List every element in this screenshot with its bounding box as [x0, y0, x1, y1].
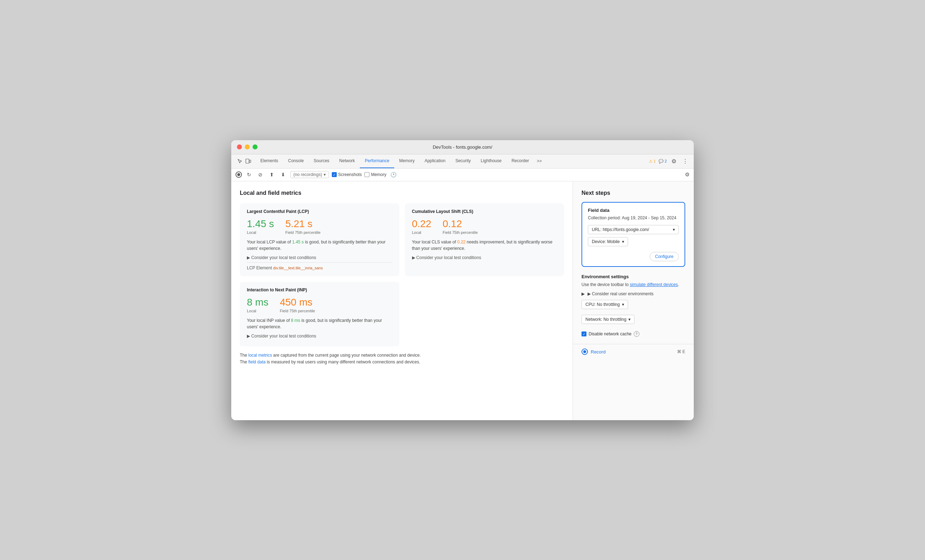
upload-icon[interactable]: ⬆	[268, 170, 276, 179]
help-icon[interactable]: ?	[634, 331, 639, 337]
env-description: Use the device toolbar to simulate diffe…	[582, 281, 685, 288]
env-title: Environment settings	[582, 274, 685, 279]
inp-local-label: Local	[247, 309, 268, 313]
lcp-local-label: Local	[247, 230, 274, 234]
lcp-highlight: 1.45 s	[292, 240, 304, 245]
inp-field-label: Field 75th percentile	[280, 309, 315, 313]
close-button[interactable]	[237, 144, 242, 149]
device-dropdown[interactable]: Device: Mobile ▾	[588, 237, 628, 246]
inp-card: Interaction to Next Paint (INP) 8 ms Loc…	[240, 282, 399, 346]
next-steps-title: Next steps	[582, 190, 685, 196]
tab-memory[interactable]: Memory	[394, 154, 420, 168]
tab-application[interactable]: Application	[420, 154, 450, 168]
inp-card-wrapper: Interaction to Next Paint (INP) 8 ms Loc…	[240, 282, 399, 346]
cpu-arrow: ▾	[622, 302, 624, 307]
screenshots-label: Screenshots	[338, 172, 362, 177]
clock-icon[interactable]: 🕐	[389, 170, 398, 179]
window-title: DevTools - fonts.google.com/	[433, 144, 492, 150]
devtools-window: DevTools - fonts.google.com/ Elements Co…	[231, 140, 694, 420]
lcp-local-group: 1.45 s Local	[247, 218, 274, 234]
settings-icon[interactable]: ⚙	[670, 157, 678, 165]
cls-local-label: Local	[412, 230, 432, 234]
screenshots-checkbox-item[interactable]: ✓ Screenshots	[332, 172, 362, 177]
cls-title: Cumulative Layout Shift (CLS)	[412, 209, 557, 214]
lcp-element-value[interactable]: div.tile__text.tile__inria_sans	[273, 266, 323, 270]
inp-local-group: 8 ms Local	[247, 297, 268, 313]
bottom-note-4: is measured by real users using many dif…	[266, 359, 420, 365]
url-label: URL: https://fonts.google.com/	[592, 227, 649, 232]
inp-description: Your local INP value of 8 ms is good, bu…	[247, 317, 392, 330]
warning-count: 1	[654, 159, 656, 163]
bottom-notes: The local metrics are captured from the …	[240, 352, 564, 370]
warning-badge[interactable]: ⚠ 1	[649, 159, 656, 164]
record-circle-icon	[582, 348, 588, 355]
memory-checkbox[interactable]	[365, 172, 369, 177]
cls-consider-label: ▶ Consider your local test conditions	[412, 255, 481, 260]
cpu-dropdown[interactable]: CPU: No throttling ▾	[582, 300, 628, 309]
expand-icon: ▶	[582, 291, 585, 296]
bottom-note-line-2: The field data is measured by real users…	[240, 359, 564, 366]
lcp-consider[interactable]: ▶ Consider your local test conditions	[247, 255, 392, 260]
cpu-label: CPU: No throttling	[585, 302, 620, 307]
lcp-values: 1.45 s Local 5.21 s Field 75th percentil…	[247, 218, 392, 234]
lcp-local-value: 1.45 s	[247, 218, 274, 230]
title-bar: DevTools - fonts.google.com/	[231, 140, 694, 155]
bottom-note-2: are captured from the current page using…	[272, 353, 421, 358]
recordings-placeholder: (no recordings)	[294, 172, 322, 177]
tab-performance[interactable]: Performance	[360, 154, 394, 168]
reload-icon[interactable]: ↻	[245, 170, 253, 179]
tab-console[interactable]: Console	[283, 154, 309, 168]
url-dropdown[interactable]: URL: https://fonts.google.com/ ▾	[588, 225, 679, 234]
lcp-field-label: Field 75th percentile	[285, 230, 321, 234]
traffic-lights	[237, 144, 258, 149]
info-badge[interactable]: 💬 2	[658, 159, 667, 164]
device-label: Device: Mobile	[592, 239, 620, 244]
field-data-link[interactable]: field data	[248, 359, 266, 365]
maximize-button[interactable]	[253, 144, 258, 149]
record-button[interactable]: Record	[582, 348, 606, 355]
svg-rect-1	[249, 160, 251, 162]
cls-field-value: 0.12	[443, 218, 478, 230]
local-metrics-link[interactable]: local metrics	[248, 353, 272, 358]
device-toggle-icon[interactable]	[244, 157, 253, 165]
memory-checkbox-item[interactable]: Memory	[365, 172, 386, 177]
tab-security[interactable]: Security	[450, 154, 476, 168]
chat-icon: 💬	[658, 159, 664, 164]
minimize-button[interactable]	[245, 144, 250, 149]
simulate-devices-link[interactable]: simulate different devices	[630, 282, 678, 287]
consider-real-env[interactable]: ▶ ▶ Consider real user environments	[582, 291, 685, 296]
inp-consider[interactable]: ▶ Consider your local test conditions	[247, 333, 392, 339]
lcp-desc-1: Your local LCP value of	[247, 240, 292, 245]
inp-field-value: 450 ms	[280, 297, 315, 308]
lcp-description: Your local LCP value of 1.45 s is good, …	[247, 239, 392, 252]
disable-cache-checkbox[interactable]: ✓	[582, 332, 586, 336]
cls-field-label: Field 75th percentile	[443, 230, 478, 234]
clear-icon[interactable]: ⊘	[256, 170, 265, 179]
record-shortcut: ⌘ E	[677, 349, 685, 354]
recordings-dropdown[interactable]: (no recordings) ▾	[290, 171, 329, 178]
configure-btn-wrapper: Configure	[588, 252, 679, 261]
cls-desc-1: Your local CLS value of	[412, 240, 458, 245]
cursor-icon[interactable]	[235, 157, 244, 165]
tab-network[interactable]: Network	[334, 154, 360, 168]
toolbar-settings-icon[interactable]: ⚙	[685, 171, 690, 178]
more-tabs[interactable]: >>	[534, 159, 545, 164]
lcp-separator	[247, 262, 392, 263]
download-icon[interactable]: ⬇	[279, 170, 288, 179]
disable-cache-label: Disable network cache	[589, 332, 631, 336]
cls-consider[interactable]: ▶ Consider your local test conditions	[412, 255, 557, 260]
device-dropdown-arrow: ▾	[622, 239, 624, 244]
inp-consider-label: ▶ Consider your local test conditions	[247, 333, 316, 339]
tab-sources[interactable]: Sources	[309, 154, 334, 168]
metrics-grid-top: Largest Contentful Paint (LCP) 1.45 s Lo…	[240, 203, 564, 276]
screenshots-checkbox[interactable]: ✓	[332, 172, 337, 177]
more-options-icon[interactable]: ⋮	[681, 157, 690, 165]
record-button-toolbar[interactable]	[235, 171, 242, 178]
configure-button[interactable]: Configure	[650, 252, 679, 261]
field-data-title: Field data	[588, 207, 679, 213]
inp-highlight: 8 ms	[291, 318, 300, 323]
tab-lighthouse[interactable]: Lighthouse	[476, 154, 506, 168]
network-dropdown[interactable]: Network: No throttling ▾	[582, 315, 634, 324]
tab-recorder[interactable]: Recorder	[506, 154, 534, 168]
tab-elements[interactable]: Elements	[255, 154, 283, 168]
